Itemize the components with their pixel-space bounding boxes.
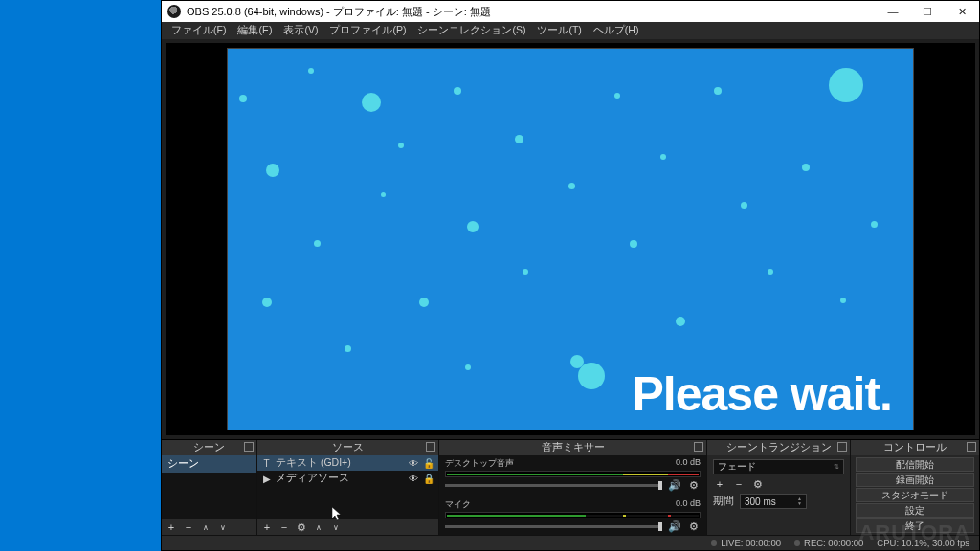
lock-toggle-icon[interactable]: 🔓 [423, 458, 434, 469]
menu-profile[interactable]: プロファイル(P) [323, 24, 412, 37]
source-name: テキスト (GDI+) [276, 456, 404, 470]
preview-canvas[interactable]: Please wait. [228, 49, 913, 430]
duration-spinner[interactable]: 300 ms ▲▼ [740, 494, 807, 509]
menu-view[interactable]: 表示(V) [278, 24, 323, 37]
text-source-icon: T [261, 458, 272, 469]
speaker-icon[interactable]: 🔊 [668, 520, 681, 533]
transitions-dock: シーントランジション フェード ⇅ + − ⚙ 期間 [707, 440, 851, 535]
mixer-header: 音声ミキサー [439, 440, 706, 455]
statusbar: LIVE: 00:00:00 REC: 00:00:00 CPU: 10.1%,… [162, 535, 979, 550]
menubar: ファイル(F) 編集(E) 表示(V) プロファイル(P) シーンコレクション(… [162, 22, 979, 39]
spinner-arrows-icon[interactable]: ▲▼ [797, 496, 802, 506]
menu-tools[interactable]: ツール(T) [531, 24, 587, 37]
menu-help[interactable]: ヘルプ(H) [588, 24, 645, 37]
settings-button[interactable]: 設定 [856, 503, 974, 518]
scenes-header: シーン [162, 440, 256, 455]
mixer-list: デスクトップ音声0.0 dB 🔊 ⚙ マイク0.0 dB 🔊 ⚙ [439, 455, 706, 535]
dock-popout-icon[interactable] [426, 442, 435, 452]
source-add-button[interactable]: + [260, 521, 274, 533]
speaker-icon[interactable]: 🔊 [668, 479, 681, 492]
scenes-footer: + − ∧ ∨ [162, 519, 256, 535]
dock-popout-icon[interactable] [967, 442, 976, 452]
dock-popout-icon[interactable] [694, 442, 703, 452]
visibility-toggle-icon[interactable]: 👁 [408, 474, 419, 484]
dock-popout-icon[interactable] [837, 442, 847, 452]
volume-slider[interactable] [445, 484, 662, 487]
media-source-icon: ▶ [261, 474, 272, 484]
live-status: LIVE: 00:00:00 [711, 538, 781, 548]
dock-row: シーン シーン + − ∧ ∨ ソース T テキスト (GDI+) [162, 439, 979, 535]
maximize-button[interactable]: ☐ [910, 1, 945, 22]
obs-window: OBS 25.0.8 (64-bit, windows) - プロファイル: 無… [161, 0, 980, 551]
sources-header: ソース [257, 440, 438, 455]
visibility-toggle-icon[interactable]: 👁 [408, 458, 419, 469]
transition-remove-button[interactable]: − [732, 478, 746, 490]
controls-header: コントロール [851, 440, 979, 455]
source-up-button[interactable]: ∧ [312, 521, 325, 533]
source-down-button[interactable]: ∨ [329, 521, 343, 533]
mixer-channel-mic: マイク0.0 dB 🔊 ⚙ [439, 496, 706, 535]
source-item-media[interactable]: ▶ メディアソース 👁 🔒 [257, 471, 438, 486]
source-remove-button[interactable]: − [278, 521, 291, 533]
menu-edit[interactable]: 編集(E) [232, 24, 278, 37]
rec-status: REC: 00:00:00 [794, 538, 863, 548]
studio-mode-button[interactable]: スタジオモード [856, 488, 974, 502]
mixer-channel-desktop: デスクトップ音声0.0 dB 🔊 ⚙ [439, 455, 706, 496]
menu-scene-collection[interactable]: シーンコレクション(S) [412, 24, 531, 37]
transitions-body: フェード ⇅ + − ⚙ 期間 300 ms ▲▼ [707, 455, 850, 517]
transition-add-button[interactable]: + [713, 478, 726, 490]
sources-footer: + − ⚙ ∧ ∨ [257, 519, 438, 535]
titlebar: OBS 25.0.8 (64-bit, windows) - プロファイル: 無… [162, 1, 979, 22]
preview-overlay-text: Please wait. [633, 366, 893, 422]
menu-file[interactable]: ファイル(F) [166, 24, 232, 37]
dock-popout-icon[interactable] [244, 442, 254, 452]
source-item-text[interactable]: T テキスト (GDI+) 👁 🔓 [257, 455, 438, 471]
gear-icon[interactable]: ⚙ [687, 520, 701, 533]
transitions-header: シーントランジション [707, 440, 850, 455]
preview-area[interactable]: Please wait. [166, 43, 975, 435]
source-settings-button[interactable]: ⚙ [295, 521, 308, 533]
scene-down-button[interactable]: ∨ [216, 521, 230, 533]
mixer-dock: 音声ミキサー デスクトップ音声0.0 dB 🔊 ⚙ マイク0.0 dB [439, 440, 707, 535]
start-recording-button[interactable]: 録画開始 [856, 473, 974, 487]
audio-meter [445, 512, 701, 518]
source-name: メディアソース [276, 472, 404, 485]
window-title: OBS 25.0.8 (64-bit, windows) - プロファイル: 無… [187, 5, 876, 19]
scene-add-button[interactable]: + [165, 521, 178, 533]
gear-icon[interactable]: ⚙ [687, 479, 701, 492]
obs-logo-icon [167, 5, 181, 18]
scene-item[interactable]: シーン [162, 455, 256, 473]
scenes-list[interactable]: シーン [162, 455, 256, 519]
minimize-button[interactable]: — [876, 1, 910, 22]
scene-up-button[interactable]: ∧ [199, 521, 212, 533]
scenes-dock: シーン シーン + − ∧ ∨ [162, 440, 257, 535]
sources-list[interactable]: T テキスト (GDI+) 👁 🔓 ▶ メディアソース 👁 🔒 [257, 455, 438, 519]
sources-dock: ソース T テキスト (GDI+) 👁 🔓 ▶ メディアソース 👁 🔒 [257, 440, 439, 535]
lock-toggle-icon[interactable]: 🔒 [423, 474, 434, 484]
audio-meter [445, 471, 701, 477]
transition-select[interactable]: フェード ⇅ [713, 459, 844, 474]
watermark: ARUTORA [858, 520, 970, 545]
chevron-updown-icon: ⇅ [834, 463, 839, 471]
transition-settings-button[interactable]: ⚙ [751, 478, 765, 490]
duration-label: 期間 [713, 495, 734, 508]
start-streaming-button[interactable]: 配信開始 [856, 457, 974, 472]
scene-remove-button[interactable]: − [182, 521, 195, 533]
close-button[interactable]: ✕ [945, 1, 979, 22]
volume-slider[interactable] [445, 525, 662, 528]
